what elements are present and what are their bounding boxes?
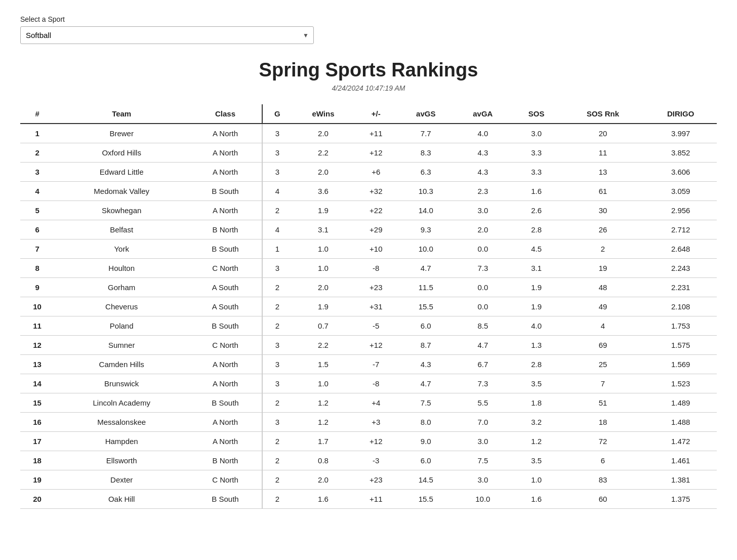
col-dirigo: DIRIGO (644, 104, 717, 124)
cell-rank: 7 (20, 239, 54, 259)
table-row: 6BelfastB North43.1+299.32.02.8262.712 (20, 220, 717, 239)
cell-rank: 5 (20, 201, 54, 220)
cell-plusminus: -8 (354, 259, 397, 278)
cell-class: B South (189, 239, 262, 259)
cell-rank: 17 (20, 432, 54, 451)
table-row: 19DexterC North22.0+2314.53.01.0831.381 (20, 470, 717, 490)
cell-dirigo: 1.569 (644, 355, 717, 374)
cell-avgs: 14.5 (397, 470, 454, 490)
cell-ewins: 1.2 (292, 393, 354, 413)
col-rank: # (20, 104, 54, 124)
cell-class: A North (189, 355, 262, 374)
cell-sosrnk: 72 (561, 432, 645, 451)
cell-ewins: 2.2 (292, 336, 354, 355)
cell-sosrnk: 20 (561, 124, 645, 143)
header-row: # Team Class G eWins +/- avGS avGA SOS S… (20, 104, 717, 124)
cell-avgs: 7.5 (397, 393, 454, 413)
cell-ewins: 0.7 (292, 316, 354, 336)
cell-plusminus: +11 (354, 490, 397, 509)
cell-avgs: 10.3 (397, 182, 454, 201)
cell-avgs: 11.5 (397, 278, 454, 297)
cell-g: 3 (262, 259, 292, 278)
cell-g: 3 (262, 143, 292, 163)
cell-g: 2 (262, 490, 292, 509)
cell-sosrnk: 13 (561, 163, 645, 182)
table-row: 20Oak HillB South21.6+1115.510.01.6601.3… (20, 490, 717, 509)
cell-g: 2 (262, 297, 292, 316)
cell-ewins: 1.6 (292, 490, 354, 509)
cell-sosrnk: 69 (561, 336, 645, 355)
cell-team: Ellsworth (54, 451, 189, 470)
cell-avga: 0.0 (454, 239, 511, 259)
cell-team: Messalonskee (54, 413, 189, 432)
cell-class: C North (189, 470, 262, 490)
cell-sos: 1.9 (512, 278, 561, 297)
cell-avga: 4.7 (454, 336, 511, 355)
cell-ewins: 2.0 (292, 470, 354, 490)
cell-avgs: 8.3 (397, 143, 454, 163)
col-sos: SOS (512, 104, 561, 124)
cell-rank: 14 (20, 374, 54, 393)
cell-avga: 8.5 (454, 316, 511, 336)
cell-team: Gorham (54, 278, 189, 297)
cell-g: 2 (262, 278, 292, 297)
cell-class: B North (189, 220, 262, 239)
cell-avgs: 9.3 (397, 220, 454, 239)
cell-sos: 1.0 (512, 470, 561, 490)
cell-plusminus: +4 (354, 393, 397, 413)
sport-selector-wrapper: SoftballBaseballTennisTrack & FieldGolfL… (20, 26, 314, 44)
cell-rank: 18 (20, 451, 54, 470)
cell-ewins: 2.2 (292, 143, 354, 163)
cell-dirigo: 1.375 (644, 490, 717, 509)
cell-avgs: 4.7 (397, 374, 454, 393)
table-row: 15Lincoln AcademyB South21.2+47.55.51.85… (20, 393, 717, 413)
cell-ewins: 1.2 (292, 413, 354, 432)
cell-ewins: 2.0 (292, 163, 354, 182)
sport-selector-label: Select a Sport (20, 15, 717, 23)
cell-ewins: 1.0 (292, 374, 354, 393)
cell-sos: 1.9 (512, 297, 561, 316)
cell-avgs: 15.5 (397, 297, 454, 316)
cell-avga: 2.3 (454, 182, 511, 201)
cell-g: 2 (262, 201, 292, 220)
cell-avgs: 10.0 (397, 239, 454, 259)
cell-plusminus: +12 (354, 143, 397, 163)
table-row: 9GorhamA South22.0+2311.50.01.9482.231 (20, 278, 717, 297)
cell-plusminus: +11 (354, 124, 397, 143)
cell-sos: 1.3 (512, 336, 561, 355)
cell-plusminus: +23 (354, 470, 397, 490)
cell-rank: 8 (20, 259, 54, 278)
sport-selector[interactable]: SoftballBaseballTennisTrack & FieldGolfL… (20, 26, 314, 44)
cell-team: Lincoln Academy (54, 393, 189, 413)
cell-plusminus: +23 (354, 278, 397, 297)
cell-dirigo: 1.461 (644, 451, 717, 470)
cell-g: 2 (262, 451, 292, 470)
table-row: 10CheverusA South21.9+3115.50.01.9492.10… (20, 297, 717, 316)
cell-avga: 3.0 (454, 432, 511, 451)
cell-avga: 5.5 (454, 393, 511, 413)
cell-team: Dexter (54, 470, 189, 490)
cell-g: 3 (262, 413, 292, 432)
cell-avga: 4.3 (454, 143, 511, 163)
cell-dirigo: 1.489 (644, 393, 717, 413)
cell-avgs: 8.7 (397, 336, 454, 355)
cell-plusminus: +12 (354, 336, 397, 355)
cell-sos: 3.1 (512, 259, 561, 278)
cell-sosrnk: 4 (561, 316, 645, 336)
cell-sos: 4.5 (512, 239, 561, 259)
cell-class: C North (189, 259, 262, 278)
cell-sos: 3.0 (512, 124, 561, 143)
cell-dirigo: 1.488 (644, 413, 717, 432)
cell-sosrnk: 25 (561, 355, 645, 374)
table-header: # Team Class G eWins +/- avGS avGA SOS S… (20, 104, 717, 124)
cell-class: A North (189, 124, 262, 143)
cell-ewins: 3.6 (292, 182, 354, 201)
cell-g: 4 (262, 182, 292, 201)
cell-ewins: 2.0 (292, 124, 354, 143)
cell-dirigo: 3.997 (644, 124, 717, 143)
cell-sosrnk: 26 (561, 220, 645, 239)
cell-g: 3 (262, 374, 292, 393)
table-body: 1BrewerA North32.0+117.74.03.0203.9972Ox… (20, 124, 717, 509)
cell-team: Edward Little (54, 163, 189, 182)
cell-g: 2 (262, 393, 292, 413)
